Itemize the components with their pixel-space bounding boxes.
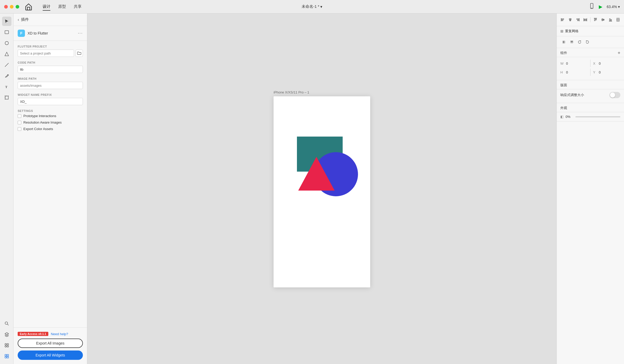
responsive-row: 响应式调整大小 — [560, 92, 620, 98]
svg-rect-47 — [617, 19, 618, 21]
appearance-section: ◧ 0% — [557, 112, 624, 122]
traffic-lights — [4, 5, 19, 9]
bottom-section: Early Access v0.1.1 Need help? Export Al… — [14, 327, 87, 364]
opacity-row: ◧ 0% — [560, 115, 620, 119]
prototype-interactions-checkbox[interactable] — [18, 114, 21, 118]
ellipse-tool[interactable] — [2, 38, 11, 48]
svg-point-15 — [5, 343, 6, 345]
y-value[interactable]: 0 — [599, 70, 620, 74]
code-path-label: CODE PATH — [18, 61, 83, 64]
triangle-tool[interactable] — [2, 49, 11, 59]
plugin-panel: ‹ 插件 F XD to Flutter ··· FLUTTER PROJECT — [14, 14, 87, 364]
svg-rect-2 — [5, 31, 9, 34]
play-button[interactable]: ▶ — [599, 4, 602, 10]
w-value[interactable]: 0 — [566, 62, 588, 65]
svg-rect-34 — [584, 19, 586, 20]
y-label: Y — [593, 70, 597, 74]
opacity-slider[interactable] — [575, 116, 620, 117]
text-tool[interactable]: T — [2, 82, 11, 91]
repeat-grid-button[interactable]: ⊞ 重复网格 — [557, 26, 624, 36]
minimize-button[interactable] — [10, 5, 14, 9]
canvas-area[interactable]: iPhone X/XS/11 Pro – 1 — [87, 14, 556, 364]
h-label: H — [560, 70, 565, 74]
svg-rect-21 — [5, 356, 6, 358]
responsive-toggle[interactable] — [609, 92, 620, 98]
layers-panel-toggle[interactable] — [2, 330, 11, 339]
svg-point-3 — [5, 42, 8, 45]
export-color-assets-checkbox[interactable] — [18, 127, 21, 131]
pen-tool[interactable] — [2, 71, 11, 80]
search-tool[interactable] — [2, 319, 11, 328]
document-title-dropdown[interactable]: 未命名-1 * ▾ — [302, 4, 322, 9]
widget-name-prefix-input[interactable] — [18, 98, 83, 105]
flip-h-button[interactable] — [560, 38, 568, 46]
align-left-button[interactable] — [560, 16, 566, 23]
board-section-header: 版面 — [557, 80, 624, 89]
artboard-tool[interactable] — [2, 93, 11, 102]
appearance-label: 外观 — [560, 106, 567, 110]
project-path-row — [18, 50, 83, 57]
left-toolbar: T — [0, 14, 14, 364]
content-spacer — [18, 138, 83, 323]
project-path-input[interactable] — [18, 50, 74, 57]
resolution-aware-images-checkbox[interactable] — [18, 121, 21, 124]
align-right-button[interactable] — [575, 16, 581, 23]
align-middle-button[interactable] — [600, 16, 606, 23]
titlebar-right: ▶ 63.4% ▾ — [589, 3, 620, 10]
device-preview-icon[interactable] — [589, 3, 595, 10]
rectangle-tool[interactable] — [2, 28, 11, 37]
tab-share[interactable]: 共享 — [70, 3, 85, 10]
artboard[interactable] — [274, 96, 370, 287]
titlebar: 设计 原型 共享 未命名-1 * ▾ ▶ 63.4% ▾ — [0, 0, 624, 14]
plugin-header: F XD to Flutter ··· — [14, 26, 87, 41]
widget-name-prefix-label: WIDGET NAME PREFIX — [18, 93, 83, 96]
flutter-project-label: FLUTTER PROJECT — [18, 45, 83, 48]
titlebar-tabs: 设计 原型 共享 — [39, 3, 85, 10]
svg-rect-48 — [619, 19, 619, 21]
browse-folder-button[interactable] — [76, 50, 83, 57]
align-top-button[interactable] — [593, 16, 599, 23]
line-tool[interactable] — [2, 60, 11, 70]
tab-design[interactable]: 设计 — [39, 3, 54, 10]
flip-v-button[interactable] — [568, 38, 575, 46]
select-tool[interactable] — [2, 17, 11, 26]
maximize-button[interactable] — [16, 5, 19, 9]
image-path-input[interactable] — [18, 82, 83, 89]
artboard-label: iPhone X/XS/11 Pro – 1 — [274, 90, 309, 94]
rotate-ccw-button[interactable] — [584, 38, 591, 46]
plugin-name-label: XD to Flutter — [28, 31, 75, 35]
repeat-grid-icon: ⊞ — [560, 29, 563, 33]
component-section-header: 组件 + — [557, 48, 624, 57]
back-button[interactable]: ‹ — [18, 17, 19, 22]
more-options-button[interactable]: ··· — [78, 31, 83, 36]
h-value[interactable]: 0 — [566, 70, 588, 74]
code-path-input[interactable] — [18, 66, 83, 73]
rotate-cw-button[interactable] — [576, 38, 583, 46]
add-component-button[interactable]: + — [618, 51, 620, 55]
plugins-panel-toggle[interactable] — [2, 352, 11, 361]
right-panel: ⊞ 重复网格 — [556, 14, 624, 364]
close-button[interactable] — [4, 5, 8, 9]
export-widgets-button[interactable]: Export All Widgets — [18, 350, 83, 360]
align-bottom-button[interactable] — [607, 16, 613, 23]
svg-rect-6 — [5, 96, 8, 99]
transform-row — [557, 36, 624, 48]
export-images-button[interactable]: Export All Images — [18, 339, 83, 348]
assets-panel-toggle[interactable] — [2, 341, 11, 350]
zoom-value: 63.4% — [607, 5, 617, 9]
dimensions-section: W 0 X 0 H 0 Y 0 — [557, 57, 624, 80]
image-path-label: IMAGE PATH — [18, 77, 83, 80]
align-center-h-button[interactable] — [567, 16, 573, 23]
align-justify-v-button[interactable] — [615, 16, 621, 23]
settings-label: SETTINGS — [18, 109, 83, 112]
svg-rect-31 — [577, 20, 579, 21]
align-justify-button[interactable] — [582, 16, 588, 23]
home-button[interactable] — [24, 3, 33, 11]
help-link[interactable]: Need help? — [51, 332, 68, 336]
code-path-section: CODE PATH — [18, 61, 83, 73]
zoom-control[interactable]: 63.4% ▾ — [607, 5, 620, 9]
svg-rect-37 — [594, 19, 595, 21]
tab-prototype[interactable]: 原型 — [55, 3, 70, 10]
x-value[interactable]: 0 — [599, 62, 620, 65]
appearance-section-header: 外观 — [557, 103, 624, 112]
